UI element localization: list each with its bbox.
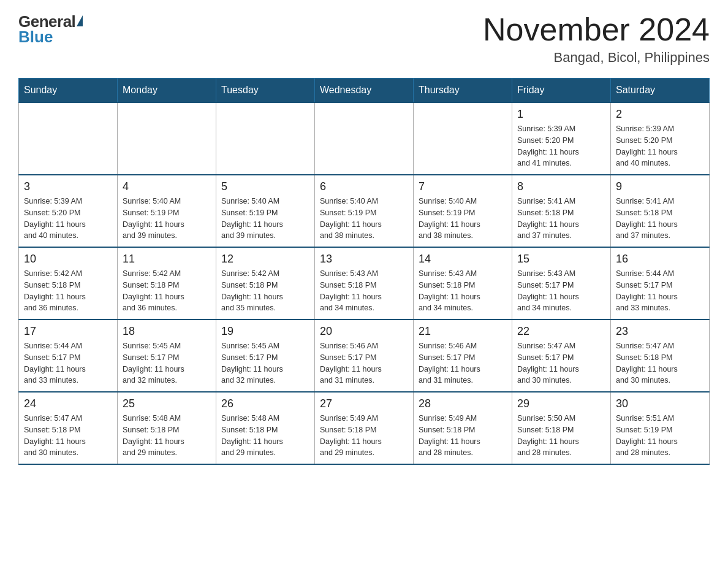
day-info: Sunrise: 5:44 AMSunset: 5:17 PMDaylight:…	[616, 268, 704, 314]
month-title: November 2024	[483, 12, 710, 47]
day-number: 7	[419, 180, 507, 193]
location-title: Bangad, Bicol, Philippines	[483, 50, 710, 66]
day-info: Sunrise: 5:47 AMSunset: 5:17 PMDaylight:…	[517, 340, 605, 386]
day-info: Sunrise: 5:47 AMSunset: 5:18 PMDaylight:…	[616, 340, 704, 386]
calendar-cell	[118, 102, 216, 175]
day-info: Sunrise: 5:45 AMSunset: 5:17 PMDaylight:…	[221, 340, 309, 386]
day-info: Sunrise: 5:39 AMSunset: 5:20 PMDaylight:…	[616, 123, 704, 169]
day-number: 28	[419, 397, 507, 410]
calendar-cell: 15Sunrise: 5:43 AMSunset: 5:17 PMDayligh…	[512, 247, 611, 320]
day-info: Sunrise: 5:42 AMSunset: 5:18 PMDaylight:…	[221, 268, 309, 314]
calendar-cell: 18Sunrise: 5:45 AMSunset: 5:17 PMDayligh…	[118, 320, 216, 392]
day-info: Sunrise: 5:39 AMSunset: 5:20 PMDaylight:…	[24, 196, 112, 242]
day-number: 10	[24, 253, 112, 266]
calendar-week-row: 24Sunrise: 5:47 AMSunset: 5:18 PMDayligh…	[19, 392, 710, 464]
calendar-cell: 30Sunrise: 5:51 AMSunset: 5:19 PMDayligh…	[611, 392, 710, 464]
calendar-cell: 23Sunrise: 5:47 AMSunset: 5:18 PMDayligh…	[611, 320, 710, 392]
logo-blue-text: Blue	[18, 28, 53, 47]
calendar-header-friday: Friday	[512, 79, 611, 103]
day-number: 2	[616, 108, 704, 121]
day-info: Sunrise: 5:46 AMSunset: 5:17 PMDaylight:…	[320, 340, 408, 386]
day-number: 5	[221, 180, 309, 193]
day-info: Sunrise: 5:40 AMSunset: 5:19 PMDaylight:…	[123, 196, 211, 242]
day-info: Sunrise: 5:48 AMSunset: 5:18 PMDaylight:…	[123, 413, 211, 459]
calendar-cell: 12Sunrise: 5:42 AMSunset: 5:18 PMDayligh…	[216, 247, 315, 320]
calendar-cell: 17Sunrise: 5:44 AMSunset: 5:17 PMDayligh…	[19, 320, 118, 392]
day-number: 25	[123, 397, 211, 410]
calendar-header-tuesday: Tuesday	[216, 79, 315, 103]
calendar-cell: 7Sunrise: 5:40 AMSunset: 5:19 PMDaylight…	[414, 175, 512, 247]
calendar-cell: 29Sunrise: 5:50 AMSunset: 5:18 PMDayligh…	[512, 392, 611, 464]
calendar-cell: 5Sunrise: 5:40 AMSunset: 5:19 PMDaylight…	[216, 175, 315, 247]
day-info: Sunrise: 5:50 AMSunset: 5:18 PMDaylight:…	[517, 413, 605, 459]
calendar-cell: 26Sunrise: 5:48 AMSunset: 5:18 PMDayligh…	[216, 392, 315, 464]
day-info: Sunrise: 5:41 AMSunset: 5:18 PMDaylight:…	[517, 196, 605, 242]
day-number: 15	[517, 253, 605, 266]
calendar-week-row: 1Sunrise: 5:39 AMSunset: 5:20 PMDaylight…	[19, 102, 710, 175]
calendar-week-row: 17Sunrise: 5:44 AMSunset: 5:17 PMDayligh…	[19, 320, 710, 392]
calendar-header-row: SundayMondayTuesdayWednesdayThursdayFrid…	[19, 79, 710, 103]
day-info: Sunrise: 5:51 AMSunset: 5:19 PMDaylight:…	[616, 413, 704, 459]
day-number: 11	[123, 253, 211, 266]
calendar-cell: 16Sunrise: 5:44 AMSunset: 5:17 PMDayligh…	[611, 247, 710, 320]
day-number: 19	[221, 325, 309, 338]
calendar-cell: 8Sunrise: 5:41 AMSunset: 5:18 PMDaylight…	[512, 175, 611, 247]
day-info: Sunrise: 5:47 AMSunset: 5:18 PMDaylight:…	[24, 413, 112, 459]
page-header: General Blue November 2024 Bangad, Bicol…	[18, 12, 710, 66]
day-info: Sunrise: 5:41 AMSunset: 5:18 PMDaylight:…	[616, 196, 704, 242]
calendar-cell	[216, 102, 315, 175]
day-number: 16	[616, 253, 704, 266]
day-number: 27	[320, 397, 408, 410]
calendar-header-wednesday: Wednesday	[315, 79, 414, 103]
day-info: Sunrise: 5:43 AMSunset: 5:17 PMDaylight:…	[517, 268, 605, 314]
calendar-cell: 22Sunrise: 5:47 AMSunset: 5:17 PMDayligh…	[512, 320, 611, 392]
day-info: Sunrise: 5:42 AMSunset: 5:18 PMDaylight:…	[24, 268, 112, 314]
day-number: 13	[320, 253, 408, 266]
day-info: Sunrise: 5:40 AMSunset: 5:19 PMDaylight:…	[419, 196, 507, 242]
calendar-cell: 27Sunrise: 5:49 AMSunset: 5:18 PMDayligh…	[315, 392, 414, 464]
day-info: Sunrise: 5:44 AMSunset: 5:17 PMDaylight:…	[24, 340, 112, 386]
day-number: 1	[517, 108, 605, 121]
calendar-header-monday: Monday	[118, 79, 216, 103]
calendar-cell: 11Sunrise: 5:42 AMSunset: 5:18 PMDayligh…	[118, 247, 216, 320]
calendar-cell: 24Sunrise: 5:47 AMSunset: 5:18 PMDayligh…	[19, 392, 118, 464]
calendar-cell: 19Sunrise: 5:45 AMSunset: 5:17 PMDayligh…	[216, 320, 315, 392]
logo: General Blue	[18, 12, 83, 47]
calendar-cell: 6Sunrise: 5:40 AMSunset: 5:19 PMDaylight…	[315, 175, 414, 247]
day-number: 24	[24, 397, 112, 410]
day-number: 17	[24, 325, 112, 338]
day-number: 21	[419, 325, 507, 338]
day-number: 14	[419, 253, 507, 266]
calendar-cell: 13Sunrise: 5:43 AMSunset: 5:18 PMDayligh…	[315, 247, 414, 320]
calendar-header-sunday: Sunday	[19, 79, 118, 103]
calendar-cell: 20Sunrise: 5:46 AMSunset: 5:17 PMDayligh…	[315, 320, 414, 392]
day-number: 12	[221, 253, 309, 266]
day-info: Sunrise: 5:45 AMSunset: 5:17 PMDaylight:…	[123, 340, 211, 386]
day-number: 20	[320, 325, 408, 338]
day-number: 30	[616, 397, 704, 410]
calendar-cell: 10Sunrise: 5:42 AMSunset: 5:18 PMDayligh…	[19, 247, 118, 320]
day-info: Sunrise: 5:48 AMSunset: 5:18 PMDaylight:…	[221, 413, 309, 459]
calendar-cell: 21Sunrise: 5:46 AMSunset: 5:17 PMDayligh…	[414, 320, 512, 392]
day-number: 9	[616, 180, 704, 193]
title-section: November 2024 Bangad, Bicol, Philippines	[483, 12, 710, 66]
day-info: Sunrise: 5:46 AMSunset: 5:17 PMDaylight:…	[419, 340, 507, 386]
calendar-cell: 25Sunrise: 5:48 AMSunset: 5:18 PMDayligh…	[118, 392, 216, 464]
day-number: 22	[517, 325, 605, 338]
day-number: 6	[320, 180, 408, 193]
day-info: Sunrise: 5:49 AMSunset: 5:18 PMDaylight:…	[320, 413, 408, 459]
calendar-cell: 3Sunrise: 5:39 AMSunset: 5:20 PMDaylight…	[19, 175, 118, 247]
calendar-cell	[414, 102, 512, 175]
day-number: 29	[517, 397, 605, 410]
calendar-cell: 2Sunrise: 5:39 AMSunset: 5:20 PMDaylight…	[611, 102, 710, 175]
calendar-week-row: 3Sunrise: 5:39 AMSunset: 5:20 PMDaylight…	[19, 175, 710, 247]
day-number: 8	[517, 180, 605, 193]
calendar-header-saturday: Saturday	[611, 79, 710, 103]
day-number: 26	[221, 397, 309, 410]
logo-triangle-icon	[77, 15, 83, 26]
day-info: Sunrise: 5:43 AMSunset: 5:18 PMDaylight:…	[419, 268, 507, 314]
day-number: 23	[616, 325, 704, 338]
calendar-cell	[19, 102, 118, 175]
calendar-cell	[315, 102, 414, 175]
calendar-cell: 1Sunrise: 5:39 AMSunset: 5:20 PMDaylight…	[512, 102, 611, 175]
